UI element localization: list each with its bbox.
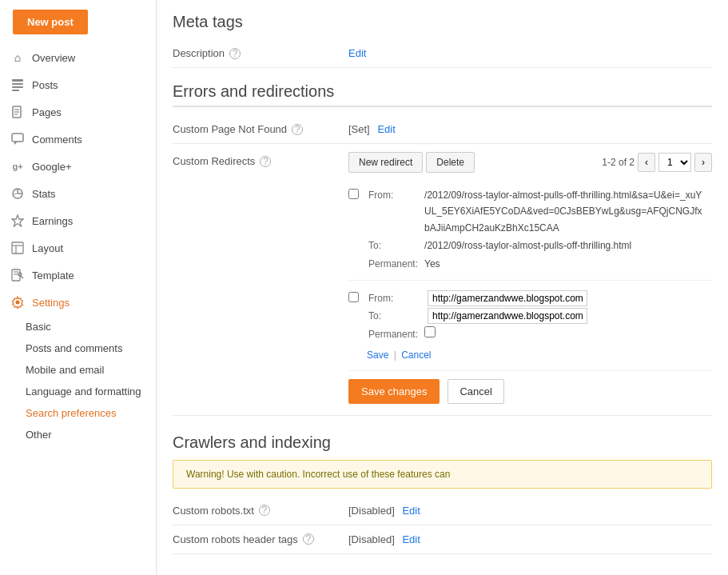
custom-robots-header-tags-help-icon[interactable]: ? xyxy=(303,533,314,545)
description-row: Description ? Edit xyxy=(173,39,712,68)
svg-rect-3 xyxy=(12,90,19,91)
main-content: Meta tags Description ? Edit Errors and … xyxy=(157,0,728,575)
sidebar-item-label: Template xyxy=(32,270,74,282)
redirect-2-fields: From: To: xyxy=(367,289,594,364)
sidebar-item-label: Settings xyxy=(32,297,70,309)
permanent-value-1: Yes xyxy=(424,256,710,272)
delete-button[interactable]: Delete xyxy=(426,152,475,173)
posts-icon xyxy=(10,77,26,93)
google-plus-icon: g+ xyxy=(10,158,26,174)
permanent-checkbox-2[interactable] xyxy=(424,326,436,337)
errors-section: Errors and redirections Custom Page Not … xyxy=(173,82,712,416)
custom-page-not-found-help-icon[interactable]: ? xyxy=(292,124,303,135)
subnav-item-basic[interactable]: Basic xyxy=(0,316,156,337)
stats-icon xyxy=(10,186,26,202)
custom-redirects-help-icon[interactable]: ? xyxy=(260,156,271,167)
custom-page-not-found-row: Custom Page Not Found ? [Set] Edit xyxy=(173,115,712,144)
sidebar-item-google-plus[interactable]: g+ Google+ xyxy=(0,153,156,180)
sidebar-item-layout[interactable]: Layout xyxy=(0,234,156,262)
template-icon xyxy=(10,267,26,283)
sidebar-item-label: Pages xyxy=(32,106,62,118)
sidebar-item-settings[interactable]: Settings xyxy=(0,289,156,316)
to-value-1: /2012/09/ross-taylor-almost-pulls-off-th… xyxy=(424,238,710,254)
custom-page-not-found-edit-link[interactable]: Edit xyxy=(377,123,395,135)
new-redirect-button[interactable]: New redirect xyxy=(348,152,423,173)
sidebar-item-label: Posts xyxy=(32,79,58,91)
separator: | xyxy=(394,349,396,361)
sidebar-item-label: Google+ xyxy=(32,161,72,173)
pages-icon xyxy=(10,104,26,120)
sidebar: New post ⌂ Overview Posts Pages Comments… xyxy=(0,0,157,575)
to-value-2 xyxy=(424,308,592,324)
redirects-toolbar: New redirect Delete 1-2 of 2 ‹ 1 › xyxy=(348,152,712,173)
description-label: Description ? xyxy=(173,47,348,59)
custom-robots-txt-status: [Disabled] xyxy=(348,505,395,517)
sidebar-item-stats[interactable]: Stats xyxy=(0,180,156,207)
settings-icon xyxy=(10,294,26,310)
layout-icon xyxy=(10,240,26,256)
to-label-2: To: xyxy=(368,308,423,324)
sidebar-item-overview[interactable]: ⌂ Overview xyxy=(0,44,156,71)
custom-robots-header-tags-label: Custom robots header tags ? xyxy=(173,533,348,545)
to-label-1: To: xyxy=(368,238,423,254)
settings-subnav: Basic Posts and comments Mobile and emai… xyxy=(0,316,156,445)
entry-save-link[interactable]: Save xyxy=(367,349,388,361)
crawlers-section: Crawlers and indexing Warning! Use with … xyxy=(173,433,712,554)
page-select[interactable]: 1 xyxy=(658,153,691,172)
sidebar-item-label: Comments xyxy=(32,134,82,146)
redirect-1-checkbox[interactable] xyxy=(348,189,359,199)
permanent-label-1: Permanent: xyxy=(368,256,423,272)
sidebar-item-template[interactable]: Template xyxy=(0,262,156,289)
cancel-button[interactable]: Cancel xyxy=(448,379,503,404)
meta-tags-title: Meta tags xyxy=(173,13,712,31)
redirect-entry-2: From: To: xyxy=(348,281,712,371)
from-input-2[interactable] xyxy=(428,290,587,306)
meta-tags-section: Meta tags Description ? Edit xyxy=(173,13,712,68)
description-edit-link[interactable]: Edit xyxy=(348,47,366,59)
subnav-item-other[interactable]: Other xyxy=(0,424,156,445)
subnav-item-search-preferences[interactable]: Search preferences xyxy=(0,402,156,424)
svg-rect-0 xyxy=(12,79,23,82)
custom-robots-header-tags-edit-link[interactable]: Edit xyxy=(402,533,420,545)
save-bar: Save changes Cancel xyxy=(348,371,712,407)
custom-redirects-row: Custom Redirects ? New redirect Delete 1… xyxy=(173,144,712,416)
svg-rect-1 xyxy=(12,83,23,85)
custom-page-not-found-label: Custom Page Not Found ? xyxy=(173,123,348,135)
svg-rect-8 xyxy=(12,134,23,142)
pagination-info: 1-2 of 2 ‹ 1 › xyxy=(602,153,712,172)
custom-robots-txt-row: Custom robots.txt ? [Disabled] Edit xyxy=(173,497,712,525)
custom-page-not-found-actions: [Set] Edit xyxy=(348,123,396,135)
entry-cancel-link[interactable]: Cancel xyxy=(401,349,431,361)
permanent-checkbox-cell xyxy=(424,326,592,342)
earnings-icon xyxy=(10,213,26,229)
custom-robots-header-tags-actions: [Disabled] Edit xyxy=(348,533,420,545)
sidebar-item-earnings[interactable]: Earnings xyxy=(0,207,156,234)
redirect-entry-1: From: /2012/09/ross-taylor-almost-pulls-… xyxy=(348,179,712,281)
custom-robots-txt-label: Custom robots.txt ? xyxy=(173,505,348,517)
from-label-2: From: xyxy=(368,290,423,306)
next-page-button[interactable]: › xyxy=(694,153,712,172)
description-help-icon[interactable]: ? xyxy=(229,48,241,59)
errors-section-title: Errors and redirections xyxy=(173,82,712,107)
redirects-content: New redirect Delete 1-2 of 2 ‹ 1 › xyxy=(348,152,712,407)
custom-robots-txt-actions: [Disabled] Edit xyxy=(348,505,420,517)
custom-robots-txt-edit-link[interactable]: Edit xyxy=(402,505,420,517)
save-changes-button[interactable]: Save changes xyxy=(348,379,440,404)
from-label-1: From: xyxy=(368,187,423,236)
from-value-1: /2012/09/ross-taylor-almost-pulls-off-th… xyxy=(424,187,710,236)
subnav-item-mobile-and-email[interactable]: Mobile and email xyxy=(0,359,156,381)
sidebar-item-comments[interactable]: Comments xyxy=(0,126,156,153)
sidebar-item-label: Layout xyxy=(32,242,63,254)
crawlers-title: Crawlers and indexing xyxy=(173,433,712,452)
to-input-2[interactable] xyxy=(428,308,587,324)
prev-page-button[interactable]: ‹ xyxy=(638,153,655,172)
custom-page-not-found-set: [Set] xyxy=(348,123,370,135)
redirect-2-checkbox[interactable] xyxy=(348,292,359,302)
sidebar-item-label: Overview xyxy=(32,52,75,64)
new-post-button[interactable]: New post xyxy=(13,10,88,34)
subnav-item-posts-and-comments[interactable]: Posts and comments xyxy=(0,337,156,359)
custom-robots-txt-help-icon[interactable]: ? xyxy=(259,505,270,516)
sidebar-item-posts[interactable]: Posts xyxy=(0,71,156,98)
sidebar-item-pages[interactable]: Pages xyxy=(0,98,156,126)
subnav-item-language-and-formatting[interactable]: Language and formatting xyxy=(0,381,156,402)
